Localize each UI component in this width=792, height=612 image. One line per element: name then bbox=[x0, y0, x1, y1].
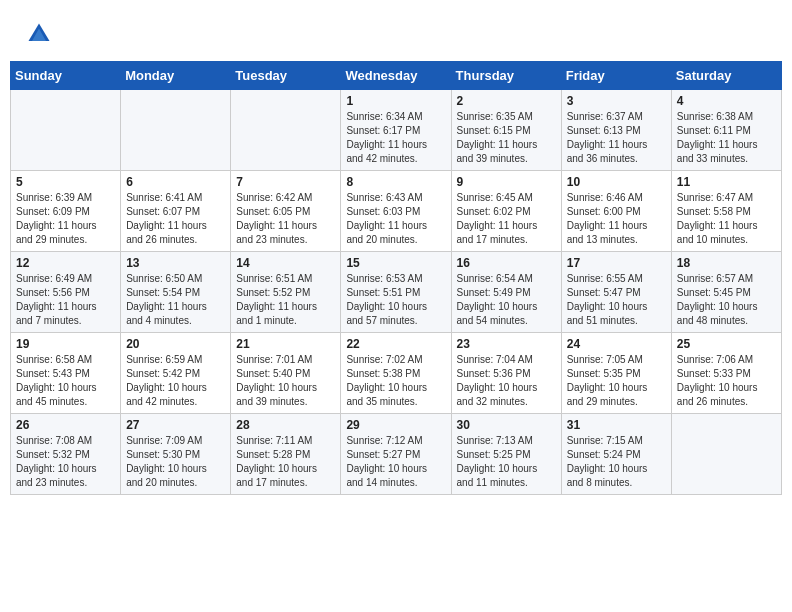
day-number: 21 bbox=[236, 337, 335, 351]
weekday-header: Sunday bbox=[11, 62, 121, 90]
cell-content: Sunrise: 7:12 AM Sunset: 5:27 PM Dayligh… bbox=[346, 434, 445, 490]
logo bbox=[25, 20, 57, 48]
calendar-cell: 1Sunrise: 6:34 AM Sunset: 6:17 PM Daylig… bbox=[341, 90, 451, 171]
cell-content: Sunrise: 6:43 AM Sunset: 6:03 PM Dayligh… bbox=[346, 191, 445, 247]
day-number: 25 bbox=[677, 337, 776, 351]
calendar-cell bbox=[121, 90, 231, 171]
calendar-cell: 17Sunrise: 6:55 AM Sunset: 5:47 PM Dayli… bbox=[561, 252, 671, 333]
calendar-cell: 29Sunrise: 7:12 AM Sunset: 5:27 PM Dayli… bbox=[341, 414, 451, 495]
cell-content: Sunrise: 7:06 AM Sunset: 5:33 PM Dayligh… bbox=[677, 353, 776, 409]
cell-content: Sunrise: 6:46 AM Sunset: 6:00 PM Dayligh… bbox=[567, 191, 666, 247]
calendar-week-row: 5Sunrise: 6:39 AM Sunset: 6:09 PM Daylig… bbox=[11, 171, 782, 252]
cell-content: Sunrise: 6:49 AM Sunset: 5:56 PM Dayligh… bbox=[16, 272, 115, 328]
day-number: 4 bbox=[677, 94, 776, 108]
day-number: 23 bbox=[457, 337, 556, 351]
calendar-cell: 12Sunrise: 6:49 AM Sunset: 5:56 PM Dayli… bbox=[11, 252, 121, 333]
calendar-week-row: 12Sunrise: 6:49 AM Sunset: 5:56 PM Dayli… bbox=[11, 252, 782, 333]
cell-content: Sunrise: 7:13 AM Sunset: 5:25 PM Dayligh… bbox=[457, 434, 556, 490]
day-number: 10 bbox=[567, 175, 666, 189]
day-number: 8 bbox=[346, 175, 445, 189]
weekday-header: Thursday bbox=[451, 62, 561, 90]
day-number: 28 bbox=[236, 418, 335, 432]
day-number: 12 bbox=[16, 256, 115, 270]
day-number: 3 bbox=[567, 94, 666, 108]
calendar-cell: 6Sunrise: 6:41 AM Sunset: 6:07 PM Daylig… bbox=[121, 171, 231, 252]
calendar-cell: 18Sunrise: 6:57 AM Sunset: 5:45 PM Dayli… bbox=[671, 252, 781, 333]
cell-content: Sunrise: 6:35 AM Sunset: 6:15 PM Dayligh… bbox=[457, 110, 556, 166]
weekday-header: Tuesday bbox=[231, 62, 341, 90]
day-number: 17 bbox=[567, 256, 666, 270]
calendar-cell bbox=[231, 90, 341, 171]
cell-content: Sunrise: 7:04 AM Sunset: 5:36 PM Dayligh… bbox=[457, 353, 556, 409]
day-number: 9 bbox=[457, 175, 556, 189]
calendar-cell: 23Sunrise: 7:04 AM Sunset: 5:36 PM Dayli… bbox=[451, 333, 561, 414]
calendar-cell: 28Sunrise: 7:11 AM Sunset: 5:28 PM Dayli… bbox=[231, 414, 341, 495]
calendar-week-row: 26Sunrise: 7:08 AM Sunset: 5:32 PM Dayli… bbox=[11, 414, 782, 495]
cell-content: Sunrise: 6:42 AM Sunset: 6:05 PM Dayligh… bbox=[236, 191, 335, 247]
day-number: 13 bbox=[126, 256, 225, 270]
calendar-cell: 27Sunrise: 7:09 AM Sunset: 5:30 PM Dayli… bbox=[121, 414, 231, 495]
weekday-header-row: SundayMondayTuesdayWednesdayThursdayFrid… bbox=[11, 62, 782, 90]
calendar-cell: 31Sunrise: 7:15 AM Sunset: 5:24 PM Dayli… bbox=[561, 414, 671, 495]
day-number: 29 bbox=[346, 418, 445, 432]
calendar-cell: 2Sunrise: 6:35 AM Sunset: 6:15 PM Daylig… bbox=[451, 90, 561, 171]
day-number: 26 bbox=[16, 418, 115, 432]
day-number: 5 bbox=[16, 175, 115, 189]
day-number: 19 bbox=[16, 337, 115, 351]
calendar-cell: 21Sunrise: 7:01 AM Sunset: 5:40 PM Dayli… bbox=[231, 333, 341, 414]
cell-content: Sunrise: 6:59 AM Sunset: 5:42 PM Dayligh… bbox=[126, 353, 225, 409]
calendar-cell: 16Sunrise: 6:54 AM Sunset: 5:49 PM Dayli… bbox=[451, 252, 561, 333]
cell-content: Sunrise: 6:45 AM Sunset: 6:02 PM Dayligh… bbox=[457, 191, 556, 247]
calendar-cell: 25Sunrise: 7:06 AM Sunset: 5:33 PM Dayli… bbox=[671, 333, 781, 414]
cell-content: Sunrise: 6:37 AM Sunset: 6:13 PM Dayligh… bbox=[567, 110, 666, 166]
page-header bbox=[10, 10, 782, 53]
calendar-cell: 30Sunrise: 7:13 AM Sunset: 5:25 PM Dayli… bbox=[451, 414, 561, 495]
calendar-cell: 24Sunrise: 7:05 AM Sunset: 5:35 PM Dayli… bbox=[561, 333, 671, 414]
cell-content: Sunrise: 6:47 AM Sunset: 5:58 PM Dayligh… bbox=[677, 191, 776, 247]
calendar-cell: 26Sunrise: 7:08 AM Sunset: 5:32 PM Dayli… bbox=[11, 414, 121, 495]
calendar-table: SundayMondayTuesdayWednesdayThursdayFrid… bbox=[10, 61, 782, 495]
day-number: 11 bbox=[677, 175, 776, 189]
cell-content: Sunrise: 7:01 AM Sunset: 5:40 PM Dayligh… bbox=[236, 353, 335, 409]
cell-content: Sunrise: 7:15 AM Sunset: 5:24 PM Dayligh… bbox=[567, 434, 666, 490]
day-number: 18 bbox=[677, 256, 776, 270]
weekday-header: Wednesday bbox=[341, 62, 451, 90]
calendar-cell: 10Sunrise: 6:46 AM Sunset: 6:00 PM Dayli… bbox=[561, 171, 671, 252]
weekday-header: Saturday bbox=[671, 62, 781, 90]
day-number: 27 bbox=[126, 418, 225, 432]
calendar-cell: 5Sunrise: 6:39 AM Sunset: 6:09 PM Daylig… bbox=[11, 171, 121, 252]
day-number: 6 bbox=[126, 175, 225, 189]
cell-content: Sunrise: 6:41 AM Sunset: 6:07 PM Dayligh… bbox=[126, 191, 225, 247]
cell-content: Sunrise: 7:08 AM Sunset: 5:32 PM Dayligh… bbox=[16, 434, 115, 490]
cell-content: Sunrise: 7:05 AM Sunset: 5:35 PM Dayligh… bbox=[567, 353, 666, 409]
cell-content: Sunrise: 6:58 AM Sunset: 5:43 PM Dayligh… bbox=[16, 353, 115, 409]
calendar-cell: 22Sunrise: 7:02 AM Sunset: 5:38 PM Dayli… bbox=[341, 333, 451, 414]
calendar-cell bbox=[671, 414, 781, 495]
day-number: 22 bbox=[346, 337, 445, 351]
calendar-cell: 11Sunrise: 6:47 AM Sunset: 5:58 PM Dayli… bbox=[671, 171, 781, 252]
day-number: 1 bbox=[346, 94, 445, 108]
day-number: 7 bbox=[236, 175, 335, 189]
day-number: 30 bbox=[457, 418, 556, 432]
day-number: 2 bbox=[457, 94, 556, 108]
day-number: 24 bbox=[567, 337, 666, 351]
cell-content: Sunrise: 6:54 AM Sunset: 5:49 PM Dayligh… bbox=[457, 272, 556, 328]
cell-content: Sunrise: 6:55 AM Sunset: 5:47 PM Dayligh… bbox=[567, 272, 666, 328]
day-number: 31 bbox=[567, 418, 666, 432]
cell-content: Sunrise: 6:53 AM Sunset: 5:51 PM Dayligh… bbox=[346, 272, 445, 328]
cell-content: Sunrise: 6:38 AM Sunset: 6:11 PM Dayligh… bbox=[677, 110, 776, 166]
calendar-cell: 9Sunrise: 6:45 AM Sunset: 6:02 PM Daylig… bbox=[451, 171, 561, 252]
calendar-cell: 20Sunrise: 6:59 AM Sunset: 5:42 PM Dayli… bbox=[121, 333, 231, 414]
cell-content: Sunrise: 6:34 AM Sunset: 6:17 PM Dayligh… bbox=[346, 110, 445, 166]
weekday-header: Friday bbox=[561, 62, 671, 90]
logo-icon bbox=[25, 20, 53, 48]
calendar-cell: 8Sunrise: 6:43 AM Sunset: 6:03 PM Daylig… bbox=[341, 171, 451, 252]
calendar-cell: 7Sunrise: 6:42 AM Sunset: 6:05 PM Daylig… bbox=[231, 171, 341, 252]
cell-content: Sunrise: 7:09 AM Sunset: 5:30 PM Dayligh… bbox=[126, 434, 225, 490]
calendar-cell: 15Sunrise: 6:53 AM Sunset: 5:51 PM Dayli… bbox=[341, 252, 451, 333]
calendar-cell: 19Sunrise: 6:58 AM Sunset: 5:43 PM Dayli… bbox=[11, 333, 121, 414]
day-number: 15 bbox=[346, 256, 445, 270]
weekday-header: Monday bbox=[121, 62, 231, 90]
cell-content: Sunrise: 6:50 AM Sunset: 5:54 PM Dayligh… bbox=[126, 272, 225, 328]
day-number: 20 bbox=[126, 337, 225, 351]
